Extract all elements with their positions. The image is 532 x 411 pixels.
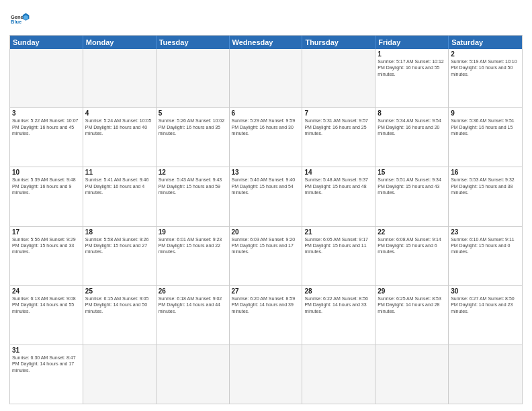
day-info: Sunrise: 5:24 AM Sunset: 10:05 PM Daylig… — [85, 118, 154, 136]
calendar-cell: 19Sunrise: 6:01 AM Sunset: 9:23 PM Dayli… — [157, 227, 230, 285]
calendar-cell: 11Sunrise: 5:41 AM Sunset: 9:46 PM Dayli… — [83, 167, 157, 226]
calendar-cell: 22Sunrise: 6:08 AM Sunset: 9:14 PM Dayli… — [375, 227, 449, 285]
day-info: Sunrise: 6:18 AM Sunset: 9:02 PM Dayligh… — [159, 295, 227, 314]
calendar-cell: 13Sunrise: 5:46 AM Sunset: 9:40 PM Dayli… — [230, 167, 303, 226]
calendar-cell: 5Sunrise: 5:26 AM Sunset: 10:02 PM Dayli… — [157, 108, 230, 167]
calendar-cell: 3Sunrise: 5:22 AM Sunset: 10:07 PM Dayli… — [10, 108, 83, 167]
calendar-cell: 8Sunrise: 5:34 AM Sunset: 9:54 PM Daylig… — [375, 108, 449, 167]
day-info: Sunrise: 5:17 AM Sunset: 10:12 PM Daylig… — [378, 58, 446, 77]
calendar-cell — [449, 345, 522, 404]
calendar-cell: 4Sunrise: 5:24 AM Sunset: 10:05 PM Dayli… — [83, 108, 157, 167]
day-number: 10 — [12, 169, 81, 176]
calendar-cell — [83, 49, 157, 107]
day-info: Sunrise: 5:31 AM Sunset: 9:57 PM Dayligh… — [304, 118, 373, 136]
day-number: 30 — [451, 287, 520, 295]
calendar-body: 1Sunrise: 5:17 AM Sunset: 10:12 PM Dayli… — [10, 49, 522, 404]
weekday-header-wednesday: Wednesday — [230, 36, 303, 49]
calendar-row-4: 24Sunrise: 6:13 AM Sunset: 9:08 PM Dayli… — [10, 285, 522, 345]
day-info: Sunrise: 5:53 AM Sunset: 9:32 PM Dayligh… — [451, 177, 520, 195]
calendar-cell: 10Sunrise: 5:39 AM Sunset: 9:48 PM Dayli… — [10, 167, 83, 226]
calendar-cell — [230, 345, 303, 404]
day-info: Sunrise: 5:46 AM Sunset: 9:40 PM Dayligh… — [232, 177, 300, 195]
day-info: Sunrise: 5:39 AM Sunset: 9:48 PM Dayligh… — [12, 177, 81, 195]
page: General Blue SundayMondayTuesdayWednesda… — [0, 0, 532, 411]
day-info: Sunrise: 6:10 AM Sunset: 9:11 PM Dayligh… — [451, 236, 520, 255]
day-number: 4 — [85, 109, 154, 117]
day-number: 23 — [451, 228, 520, 236]
weekday-header-saturday: Saturday — [449, 36, 522, 49]
day-number: 1 — [378, 50, 446, 58]
day-number: 29 — [378, 287, 446, 295]
logo-text: General Blue — [9, 9, 30, 31]
day-number: 22 — [378, 228, 446, 236]
day-number: 11 — [85, 169, 154, 176]
day-number: 16 — [451, 169, 520, 176]
day-info: Sunrise: 5:43 AM Sunset: 9:43 PM Dayligh… — [159, 177, 227, 195]
header: General Blue — [9, 7, 523, 31]
calendar: SundayMondayTuesdayWednesdayThursdayFrid… — [9, 35, 523, 404]
day-info: Sunrise: 5:48 AM Sunset: 9:37 PM Dayligh… — [304, 177, 373, 195]
calendar-cell: 9Sunrise: 5:36 AM Sunset: 9:51 PM Daylig… — [449, 108, 522, 167]
calendar-cell: 6Sunrise: 5:29 AM Sunset: 9:59 PM Daylig… — [230, 108, 303, 167]
day-number: 15 — [378, 169, 446, 176]
calendar-cell: 29Sunrise: 6:25 AM Sunset: 8:53 PM Dayli… — [375, 286, 449, 345]
calendar-cell — [10, 49, 83, 107]
day-info: Sunrise: 6:25 AM Sunset: 8:53 PM Dayligh… — [378, 295, 446, 314]
day-number: 5 — [159, 109, 227, 117]
weekday-header-thursday: Thursday — [302, 36, 375, 49]
day-number: 17 — [12, 228, 81, 236]
calendar-cell — [157, 345, 230, 404]
calendar-row-1: 3Sunrise: 5:22 AM Sunset: 10:07 PM Dayli… — [10, 107, 522, 167]
day-number: 25 — [85, 287, 154, 295]
day-info: Sunrise: 6:20 AM Sunset: 8:59 PM Dayligh… — [232, 295, 300, 314]
day-info: Sunrise: 5:26 AM Sunset: 10:02 PM Daylig… — [159, 118, 227, 136]
calendar-cell: 18Sunrise: 5:58 AM Sunset: 9:26 PM Dayli… — [83, 227, 157, 285]
calendar-cell: 28Sunrise: 6:22 AM Sunset: 8:56 PM Dayli… — [302, 286, 375, 345]
day-info: Sunrise: 5:22 AM Sunset: 10:07 PM Daylig… — [12, 118, 81, 136]
day-number: 13 — [232, 169, 300, 176]
calendar-cell — [157, 49, 230, 107]
day-number: 2 — [451, 50, 520, 58]
weekday-header-tuesday: Tuesday — [157, 36, 230, 49]
calendar-cell: 25Sunrise: 6:15 AM Sunset: 9:05 PM Dayli… — [83, 286, 157, 345]
day-number: 9 — [451, 109, 520, 117]
day-info: Sunrise: 5:51 AM Sunset: 9:34 PM Dayligh… — [378, 177, 446, 195]
day-number: 18 — [85, 228, 154, 236]
calendar-cell — [302, 345, 375, 404]
weekday-header-sunday: Sunday — [10, 36, 83, 49]
day-number: 26 — [159, 287, 227, 295]
day-number: 31 — [12, 347, 81, 354]
day-info: Sunrise: 6:15 AM Sunset: 9:05 PM Dayligh… — [85, 295, 154, 314]
calendar-cell: 15Sunrise: 5:51 AM Sunset: 9:34 PM Dayli… — [375, 167, 449, 226]
calendar-cell: 24Sunrise: 6:13 AM Sunset: 9:08 PM Dayli… — [10, 286, 83, 345]
calendar-cell — [230, 49, 303, 107]
day-number: 27 — [232, 287, 300, 295]
day-number: 6 — [232, 109, 300, 117]
calendar-cell: 30Sunrise: 6:27 AM Sunset: 8:50 PM Dayli… — [449, 286, 522, 345]
calendar-row-5: 31Sunrise: 6:30 AM Sunset: 8:47 PM Dayli… — [10, 345, 522, 404]
calendar-cell: 12Sunrise: 5:43 AM Sunset: 9:43 PM Dayli… — [157, 167, 230, 226]
day-number: 12 — [159, 169, 227, 176]
day-number: 28 — [304, 287, 373, 295]
svg-text:Blue: Blue — [11, 19, 21, 25]
calendar-cell: 2Sunrise: 5:19 AM Sunset: 10:10 PM Dayli… — [449, 49, 522, 107]
logo: General Blue — [9, 9, 30, 31]
day-number: 14 — [304, 169, 373, 176]
day-info: Sunrise: 5:19 AM Sunset: 10:10 PM Daylig… — [451, 58, 520, 77]
calendar-cell: 26Sunrise: 6:18 AM Sunset: 9:02 PM Dayli… — [157, 286, 230, 345]
day-info: Sunrise: 5:56 AM Sunset: 9:29 PM Dayligh… — [12, 236, 81, 255]
day-info: Sunrise: 5:41 AM Sunset: 9:46 PM Dayligh… — [85, 177, 154, 195]
day-number: 21 — [304, 228, 373, 236]
day-number: 7 — [304, 109, 373, 117]
calendar-cell: 21Sunrise: 6:05 AM Sunset: 9:17 PM Dayli… — [302, 227, 375, 285]
calendar-cell: 20Sunrise: 6:03 AM Sunset: 9:20 PM Dayli… — [230, 227, 303, 285]
calendar-cell: 27Sunrise: 6:20 AM Sunset: 8:59 PM Dayli… — [230, 286, 303, 345]
day-number: 20 — [232, 228, 300, 236]
calendar-cell — [302, 49, 375, 107]
calendar-cell: 14Sunrise: 5:48 AM Sunset: 9:37 PM Dayli… — [302, 167, 375, 226]
weekday-header-monday: Monday — [83, 36, 157, 49]
day-number: 8 — [378, 109, 446, 117]
day-info: Sunrise: 6:05 AM Sunset: 9:17 PM Dayligh… — [304, 236, 373, 255]
day-number: 24 — [12, 287, 81, 295]
calendar-cell: 31Sunrise: 6:30 AM Sunset: 8:47 PM Dayli… — [10, 345, 83, 404]
